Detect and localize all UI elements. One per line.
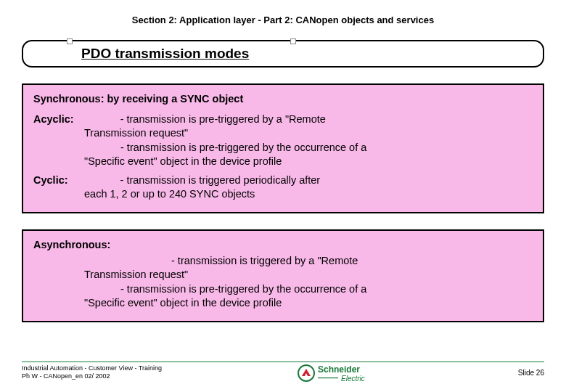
slide-number: Slide 26 [518,364,544,377]
section-header: Section 2: Application layer - Part 2: C… [0,0,566,33]
footer-training: Industrial Automation - Customer View - … [22,364,162,372]
acyclic-text-1a: - transmission is pre-triggered by a "Re… [77,113,326,125]
cyclic-block: Cyclic: - transmission is triggered peri… [33,173,533,202]
synchronous-box: Synchronous: by receiving a SYNC object … [22,83,544,213]
async-heading: Asynchronous: [33,238,533,253]
svg-rect-1 [318,377,338,378]
acyclic-text-2a: - transmission is pre-triggered by the o… [33,141,533,155]
title-bar: PDO transmission modes [22,40,544,68]
acyclic-label: Acyclic: [33,113,74,125]
schneider-logo-icon: Schneider Electric [296,363,383,383]
slide-footer: Industrial Automation - Customer View - … [22,362,544,383]
asynchronous-box: Asynchronous: - transmission is triggere… [22,229,544,322]
cyclic-text-1a: - transmission is triggered periodically… [71,174,321,186]
slide-title: PDO transmission modes [81,46,249,61]
acyclic-text-2b: "Specific event" object in the device pr… [33,155,533,169]
sync-heading: Synchronous: by receiving a SYNC object [33,92,533,107]
async-text-1a: - transmission is triggered by a "Remote [33,254,533,269]
async-text-2b: "Specific event" object in the device pr… [33,296,533,311]
footer-left-text: Industrial Automation - Customer View - … [22,364,162,380]
logo-brand-text: Schneider [318,364,360,375]
acyclic-text-1b: Transmission request" [33,126,533,141]
async-text-2a: - transmission is pre-triggered by the o… [33,282,533,297]
async-text-1b: Transmission request" [33,268,533,282]
footer-docref: Ph W - CANopen_en 02/ 2002 [22,372,162,380]
logo-sub-text: Electric [341,375,365,383]
footer-divider [22,362,544,362]
cyclic-text-1b: each 1, 2 or up to 240 SYNC objects [33,187,533,202]
acyclic-block: Acyclic: - transmission is pre-triggered… [33,113,533,169]
cyclic-label: Cyclic: [33,174,68,186]
schneider-logo: Schneider Electric [296,363,383,383]
